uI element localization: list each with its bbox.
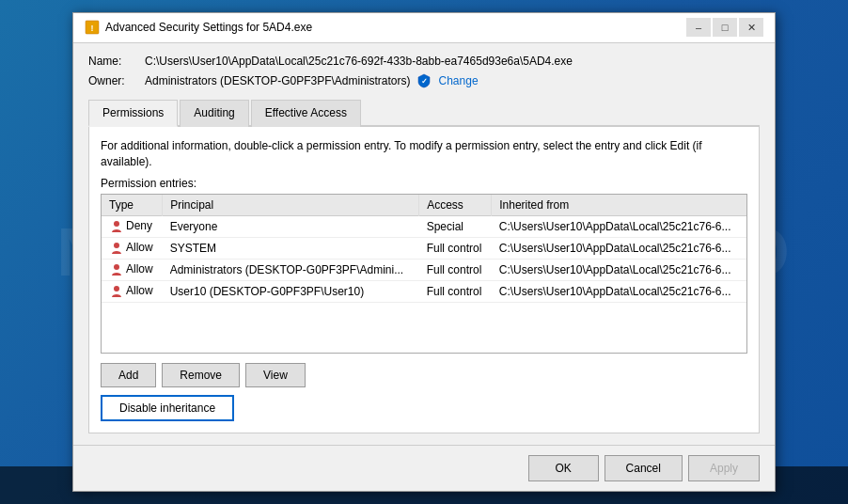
- cell-inherited-from: C:\Users\User10\AppData\Local\25c21c76-6…: [492, 238, 746, 260]
- table-header-row: Type Principal Access Inherited from: [102, 195, 746, 216]
- user-icon: [109, 284, 124, 299]
- cell-inherited-from: C:\Users\User10\AppData\Local\25c21c76-6…: [492, 260, 746, 281]
- shield-icon: ✓: [416, 73, 432, 88]
- col-header-principal: Principal: [163, 195, 419, 216]
- title-bar-controls: – □ ✕: [686, 18, 763, 37]
- desktop: NYANTISPYWARE.CO ! Advanced Security Set…: [0, 0, 848, 504]
- svg-point-3: [114, 221, 119, 227]
- tab-permissions[interactable]: Permissions: [88, 100, 178, 127]
- change-owner-link[interactable]: Change: [439, 74, 479, 87]
- cancel-button[interactable]: Cancel: [605, 455, 683, 481]
- svg-text:✓: ✓: [420, 77, 427, 86]
- remove-button[interactable]: Remove: [162, 363, 240, 387]
- panel-description: For additional information, double-click…: [101, 138, 747, 170]
- table-row[interactable]: AllowAdministrators (DESKTOP-G0PF3PF\Adm…: [102, 260, 746, 281]
- name-label: Name:: [88, 55, 145, 68]
- cell-type: Allow: [102, 260, 163, 281]
- table-row[interactable]: DenyEveryoneSpecialC:\Users\User10\AppDa…: [102, 216, 746, 238]
- col-header-inherited: Inherited from: [492, 195, 746, 216]
- tab-effective-access[interactable]: Effective Access: [251, 100, 361, 127]
- ok-button[interactable]: OK: [528, 455, 599, 481]
- cell-access: Full control: [419, 260, 492, 281]
- cell-principal: SYSTEM: [163, 238, 419, 260]
- add-button[interactable]: Add: [101, 363, 156, 387]
- col-header-type: Type: [102, 195, 163, 216]
- title-bar-left: ! Advanced Security Settings for 5AD4.ex…: [85, 20, 312, 35]
- title-bar: ! Advanced Security Settings for 5AD4.ex…: [73, 13, 775, 43]
- user-icon: [109, 241, 124, 256]
- minimize-button[interactable]: –: [686, 18, 711, 37]
- table-row[interactable]: AllowSYSTEMFull controlC:\Users\User10\A…: [102, 238, 746, 260]
- name-row: Name: C:\Users\User10\AppData\Local\25c2…: [88, 55, 760, 68]
- close-button[interactable]: ✕: [739, 18, 763, 37]
- maximize-button[interactable]: □: [713, 18, 737, 37]
- user-icon: [109, 262, 124, 277]
- permissions-table-container[interactable]: Type Principal Access Inherited from Den…: [101, 194, 747, 354]
- main-window: ! Advanced Security Settings for 5AD4.ex…: [72, 12, 776, 493]
- tab-auditing[interactable]: Auditing: [180, 100, 248, 127]
- owner-row: Owner: Administrators (DESKTOP-G0PF3PF\A…: [88, 73, 760, 88]
- tabs-container: Permissions Auditing Effective Access: [88, 98, 760, 127]
- owner-label: Owner:: [88, 74, 145, 87]
- window-icon: !: [85, 20, 100, 35]
- cell-access: Special: [419, 216, 492, 238]
- apply-button[interactable]: Apply: [688, 455, 760, 481]
- col-header-access: Access: [419, 195, 492, 216]
- cell-type: Allow: [102, 238, 163, 260]
- svg-text:!: !: [91, 24, 94, 33]
- bottom-bar: OK Cancel Apply: [73, 445, 775, 491]
- svg-point-5: [114, 264, 119, 270]
- disable-inheritance-button[interactable]: Disable inheritance: [101, 395, 234, 421]
- permissions-table: Type Principal Access Inherited from Den…: [102, 195, 746, 303]
- cell-type: Allow: [102, 281, 163, 303]
- cell-principal: User10 (DESKTOP-G0PF3PF\User10): [163, 281, 419, 303]
- view-button[interactable]: View: [245, 363, 306, 387]
- cell-inherited-from: C:\Users\User10\AppData\Local\25c21c76-6…: [492, 216, 746, 238]
- permission-entries-label: Permission entries:: [101, 177, 747, 190]
- user-icon: [109, 219, 124, 234]
- cell-principal: Administrators (DESKTOP-G0PF3PF\Admini..…: [163, 260, 419, 281]
- actions-row: Add Remove View: [101, 363, 747, 387]
- svg-point-4: [114, 243, 119, 248]
- cell-inherited-from: C:\Users\User10\AppData\Local\25c21c76-6…: [492, 281, 746, 303]
- owner-value: Administrators (DESKTOP-G0PF3PF\Administ…: [145, 74, 411, 87]
- window-content: Name: C:\Users\User10\AppData\Local\25c2…: [73, 43, 775, 446]
- table-row[interactable]: AllowUser10 (DESKTOP-G0PF3PF\User10)Full…: [102, 281, 746, 303]
- cell-access: Full control: [419, 238, 492, 260]
- permissions-panel: For additional information, double-click…: [88, 127, 760, 434]
- cell-principal: Everyone: [163, 216, 419, 238]
- window-title: Advanced Security Settings for 5AD4.exe: [105, 21, 312, 34]
- cell-type: Deny: [102, 216, 163, 238]
- svg-point-6: [114, 286, 119, 291]
- name-value: C:\Users\User10\AppData\Local\25c21c76-6…: [145, 55, 573, 68]
- cell-access: Full control: [419, 281, 492, 303]
